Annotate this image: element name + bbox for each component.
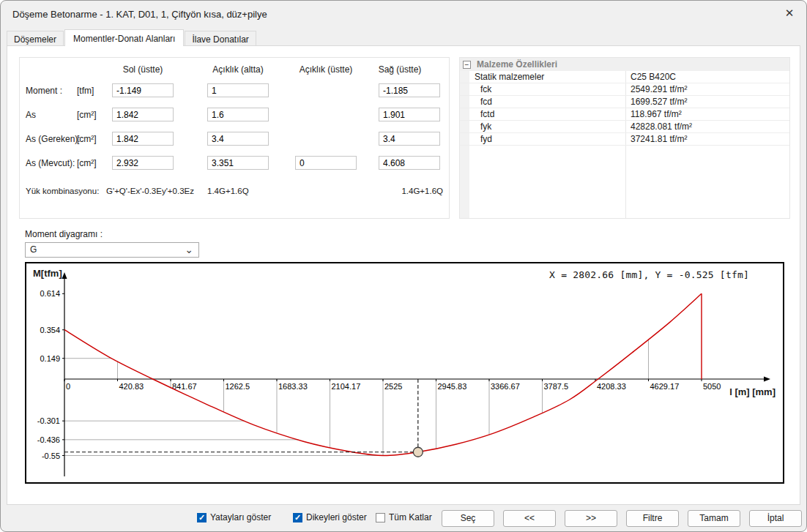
cancel-button[interactable]: İptal <box>749 510 802 527</box>
all-floors-checkbox[interactable]: Tüm Katlar <box>376 512 432 522</box>
as-mevcut-aciklik-ust-input[interactable] <box>295 156 357 170</box>
material-row-fck: fck 2549.291 tf/m² <box>460 83 789 96</box>
row-unit-as-mevcut: [cm²] <box>77 158 97 168</box>
checkbox-icon[interactable] <box>376 513 385 522</box>
y-tick-label: 0.614 <box>40 289 60 298</box>
material-row-fcd: fcd 1699.527 tf/m² <box>460 96 789 108</box>
column-header-sol: Sol (üstte) <box>103 64 183 75</box>
y-axis-arrow-icon <box>62 272 67 279</box>
ok-button[interactable]: Tamam <box>688 510 740 527</box>
y-tick-label: 0.354 <box>40 326 60 334</box>
material-row-fyd: fyd 37241.81 tf/m² <box>460 133 789 146</box>
y-tick-label: -0.55 <box>42 452 60 460</box>
as-gereken-aciklik-alt-input[interactable] <box>207 132 269 146</box>
moment-sol-input[interactable] <box>112 83 174 97</box>
as-mevcut-sag-input[interactable] <box>379 156 440 170</box>
tab-page: Sol (üstte) Açıklık (altta) Açıklık (üst… <box>7 45 800 505</box>
x-tick-label: 0 <box>66 382 70 391</box>
as-mevcut-sol-input[interactable] <box>112 156 174 170</box>
as-aciklik-alt-input[interactable] <box>207 108 269 121</box>
x-tick-label: 2104.17 <box>332 382 361 391</box>
moment-sag-input[interactable] <box>379 83 440 97</box>
load-combo-sol: G'+Q'-Ex'-0.3Ey'+0.3Ez <box>106 187 194 195</box>
row-unit-as-gereken: [cm²] <box>77 134 97 144</box>
y-tick-label: 0.149 <box>40 354 60 363</box>
y-tick-label: -0.436 <box>37 435 60 444</box>
x-tick-label: 4629.17 <box>650 382 680 391</box>
next-button[interactable]: >> <box>565 510 617 527</box>
x-axis-arrow-icon <box>764 377 770 382</box>
moment-diagram-chart[interactable]: 0420.83841.671262.51683.332104.172525294… <box>25 262 784 484</box>
row-label-as-mevcut: As (Mevcut): <box>26 158 75 168</box>
material-panel-title: Malzeme Özellikleri <box>477 59 557 70</box>
cursor-readout: X = 2802.66 [mm], Y = -0.525 [tfm] <box>549 269 749 280</box>
selected-load-case: G <box>30 244 37 255</box>
x-tick-label: 1262.5 <box>226 382 250 391</box>
tab-momentler-donati-alanlari[interactable]: Momentler-Donatı Alanları <box>64 29 184 46</box>
button-row: Seç << >> Filtre Tamam İptal <box>442 510 802 527</box>
x-tick-label: 2945.83 <box>437 382 466 391</box>
column-header-sag: Sağ (üstte) <box>360 64 440 75</box>
chart-y-axis-title: M[tfm] <box>33 268 62 279</box>
x-tick-label: 420.83 <box>119 382 144 391</box>
prev-button[interactable]: << <box>503 510 556 527</box>
cursor-marker[interactable] <box>413 447 423 457</box>
x-tick-label: 5050 <box>703 382 721 391</box>
moment-diagram-select[interactable]: G ⌄ <box>25 242 199 258</box>
as-sol-input[interactable] <box>112 108 174 121</box>
row-label-moment: Moment : <box>26 86 62 96</box>
x-tick-label: 3787.5 <box>544 382 569 391</box>
window-title: Döşeme Betonarme - 1. KAT, D01, 1, Çifty… <box>12 9 267 20</box>
filter-button[interactable]: Filtre <box>626 510 679 527</box>
material-properties-panel: − Malzeme Özellikleri Statik malzemeler … <box>459 57 790 219</box>
material-row-fyk: fyk 42828.081 tf/m² <box>460 121 789 133</box>
tab-strip: Döşemeler Momentler-Donatı Alanları İlav… <box>7 29 257 46</box>
tab-ilave-donatilar[interactable]: İlave Donatılar <box>185 31 256 45</box>
moment-table-panel: Sol (üstte) Açıklık (altta) Açıklık (üst… <box>19 57 450 219</box>
x-tick-label: 3366.67 <box>491 382 520 391</box>
show-horizontals-checkbox[interactable]: Yatayları göster <box>197 512 271 522</box>
column-header-aciklik-altta: Açıklık (altta) <box>198 64 278 75</box>
row-label-as: As <box>26 110 36 120</box>
dialog-window: Döşeme Betonarme - 1. KAT, D01, 1, Çifty… <box>0 0 807 532</box>
as-gereken-sag-input[interactable] <box>379 132 440 146</box>
chart-x-axis-title: l [m] [mm] <box>729 386 776 397</box>
select-button[interactable]: Seç <box>442 510 494 527</box>
title-bar[interactable]: Döşeme Betonarme - 1. KAT, D01, 1, Çifty… <box>1 1 806 29</box>
row-unit-as: [cm²] <box>77 110 97 120</box>
x-tick-label: 1683.33 <box>278 382 308 391</box>
chevron-down-icon: ⌄ <box>185 244 193 255</box>
as-sag-input[interactable] <box>379 108 440 121</box>
material-row-fctd: fctd 118.967 tf/m² <box>460 108 789 121</box>
tab-dosemeler[interactable]: Döşemeler <box>7 31 64 45</box>
load-combo-label: Yük kombinasyonu: <box>26 187 99 195</box>
moment-diagram-label: Moment diyagramı : <box>25 229 103 239</box>
x-tick-label: 4208.33 <box>597 382 626 391</box>
x-tick-label: 2525 <box>384 382 402 391</box>
load-combo-sag: 1.4G+1.6Q <box>401 187 443 195</box>
material-panel-header: − Malzeme Özellikleri <box>460 58 789 71</box>
collapse-icon[interactable]: − <box>463 61 471 69</box>
material-row-statik: Statik malzemeler C25 B420C <box>460 71 789 83</box>
show-verticals-checkbox[interactable]: Dikeyleri göster <box>293 512 367 522</box>
row-label-as-gereken: As (Gereken): <box>26 134 81 144</box>
column-header-aciklik-ustte: Açıklık (üstte) <box>286 64 366 75</box>
moment-diagram-svg: 0420.83841.671262.51683.332104.172525294… <box>26 263 783 482</box>
checkbox-icon[interactable] <box>197 513 207 522</box>
checkbox-icon[interactable] <box>293 513 302 522</box>
y-tick-label: -0.301 <box>37 416 60 425</box>
row-unit-moment: [tfm] <box>77 86 94 96</box>
as-gereken-sol-input[interactable] <box>112 132 174 146</box>
load-combo-aciklik: 1.4G+1.6Q <box>207 187 249 195</box>
close-icon[interactable]: ✕ <box>773 1 806 26</box>
moment-aciklik-alt-input[interactable] <box>207 83 269 97</box>
x-tick-label: 841.67 <box>172 382 197 391</box>
as-mevcut-aciklik-alt-input[interactable] <box>207 156 269 170</box>
footer-bar: Yatayları göster Dikeyleri göster Tüm Ka… <box>1 505 806 531</box>
